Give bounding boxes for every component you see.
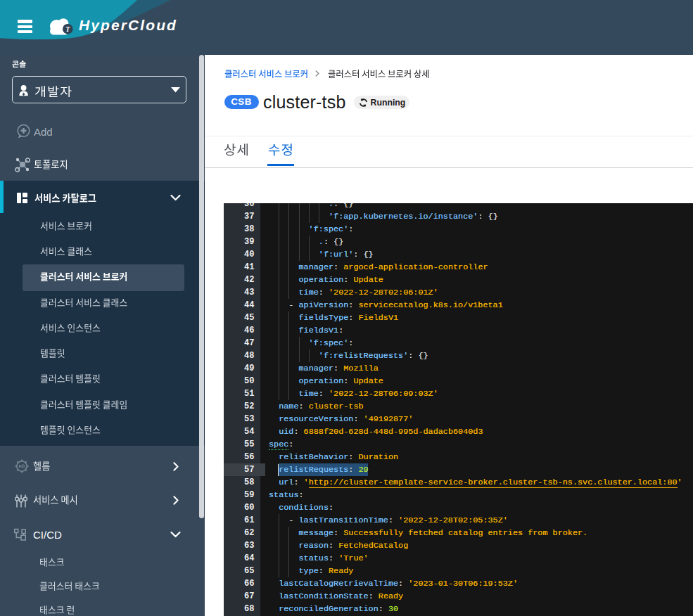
svg-text:T: T: [65, 25, 70, 33]
